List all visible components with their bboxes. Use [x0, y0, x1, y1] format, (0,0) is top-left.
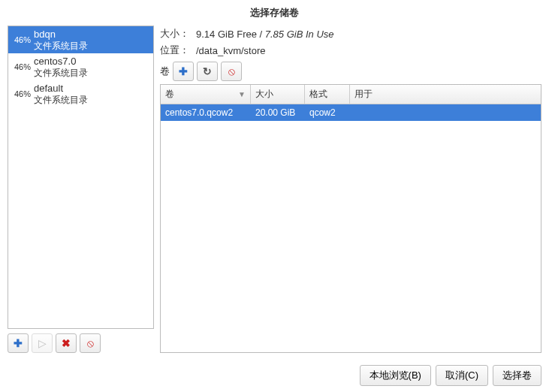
table-row[interactable]: centos7.0.qcow2 20.00 GiB qcow2: [161, 104, 541, 121]
cell-format: qcow2: [305, 104, 350, 121]
pool-pct: 46%: [11, 62, 31, 71]
pool-item-centos70[interactable]: 46% centos7.0 文件系统目录: [8, 53, 153, 80]
pool-item-default[interactable]: 46% default 文件系统目录: [8, 80, 153, 107]
pool-pct: 46%: [11, 89, 31, 98]
volume-delete-button[interactable]: ⦸: [221, 62, 242, 81]
col-header-size[interactable]: 大小: [251, 85, 305, 104]
size-row: 大小： 9.14 GiB Free / 7.85 GiB In Use: [160, 26, 541, 42]
col-header-format[interactable]: 格式: [305, 85, 350, 104]
plus-icon: ✚: [14, 337, 23, 349]
cell-name: centos7.0.qcow2: [161, 104, 251, 121]
volume-add-button[interactable]: ✚: [173, 62, 194, 81]
play-icon: ▷: [38, 337, 47, 349]
size-sep: /: [257, 29, 265, 40]
cell-used: [350, 104, 541, 121]
size-value: 9.14 GiB Free / 7.85 GiB In Use: [196, 29, 334, 40]
pool-text: default 文件系统目录: [34, 83, 88, 105]
choose-volume-button[interactable]: 选择卷: [493, 365, 541, 386]
browse-local-button[interactable]: 本地浏览(B): [360, 365, 431, 386]
pool-pct: 46%: [11, 35, 31, 44]
dialog-title: 选择存储卷: [0, 0, 549, 26]
volume-table: 卷 ▼ 大小 格式 用于 centos7.0.qcow2 20.00 GiB q…: [160, 84, 541, 353]
location-label: 位置：: [160, 44, 196, 57]
volume-table-body[interactable]: centos7.0.qcow2 20.00 GiB qcow2: [161, 104, 541, 352]
main-area: 46% bdqn 文件系统目录 46% centos7.0 文件系统目录 46%…: [0, 26, 549, 359]
right-pane: 大小： 9.14 GiB Free / 7.85 GiB In Use 位置： …: [160, 26, 541, 353]
size-free: 9.14 GiB Free: [196, 29, 257, 40]
cell-size: 20.00 GiB: [251, 104, 305, 121]
pool-name: bdqn: [34, 29, 88, 41]
pool-toolbar: ✚ ▷ ✖ ⦸: [8, 329, 154, 353]
volume-toolbar-row: 卷 ✚ ↻ ⦸: [160, 59, 541, 84]
pool-list[interactable]: 46% bdqn 文件系统目录 46% centos7.0 文件系统目录 46%…: [8, 26, 154, 329]
location-value: /data_kvm/store: [196, 45, 266, 56]
location-row: 位置： /data_kvm/store: [160, 42, 541, 59]
pool-start-button[interactable]: ▷: [32, 333, 53, 353]
dialog-buttons: 本地浏览(B) 取消(C) 选择卷: [0, 359, 549, 392]
left-pane: 46% bdqn 文件系统目录 46% centos7.0 文件系统目录 46%…: [8, 26, 154, 353]
pool-subtype: 文件系统目录: [34, 95, 88, 105]
col-header-used[interactable]: 用于: [350, 85, 541, 104]
pool-item-bdqn[interactable]: 46% bdqn 文件系统目录: [8, 26, 153, 53]
pool-delete-button[interactable]: ✖: [56, 333, 77, 353]
pool-add-button[interactable]: ✚: [8, 333, 29, 353]
volume-refresh-button[interactable]: ↻: [197, 62, 218, 81]
pool-subtype: 文件系统目录: [34, 68, 88, 78]
size-label: 大小：: [160, 27, 196, 41]
pool-text: bdqn 文件系统目录: [34, 29, 88, 51]
pool-stop-button[interactable]: ⦸: [80, 333, 101, 353]
volume-label: 卷: [160, 65, 170, 78]
col-header-name[interactable]: 卷 ▼: [161, 85, 251, 104]
size-inuse: 7.85 GiB In Use: [265, 29, 334, 40]
sort-desc-icon: ▼: [238, 90, 246, 98]
pool-subtype: 文件系统目录: [34, 41, 88, 51]
cancel-button[interactable]: 取消(C): [436, 365, 488, 386]
volume-table-header: 卷 ▼ 大小 格式 用于: [161, 85, 541, 104]
pool-text: centos7.0 文件系统目录: [34, 56, 88, 78]
pool-name: centos7.0: [34, 56, 88, 68]
plus-icon: ✚: [179, 65, 188, 77]
x-icon: ✖: [62, 337, 71, 349]
refresh-icon: ↻: [203, 65, 212, 77]
pool-name: default: [34, 83, 88, 95]
delete-icon: ⦸: [228, 65, 235, 78]
stop-icon: ⦸: [87, 337, 94, 350]
col-header-name-label: 卷: [165, 88, 174, 101]
